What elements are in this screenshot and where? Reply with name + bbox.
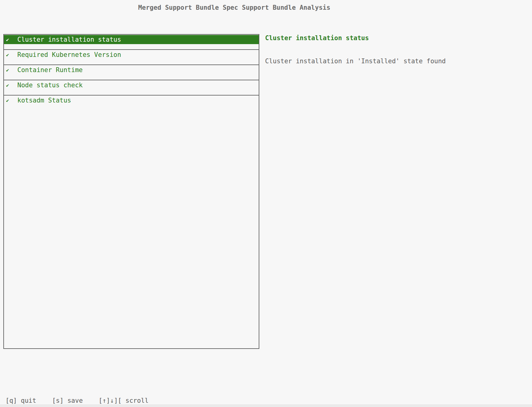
footer-keybar: [q] quit [s] save [↑]↓][ scroll (5, 397, 149, 404)
analyzer-list: ✔ Cluster installation status ✔ Required… (3, 34, 259, 349)
keyhint-save: [s] save (52, 397, 83, 404)
detail-body: Cluster installation in 'Installed' stat… (265, 57, 446, 65)
page-title: Merged Support Bundle Spec Support Bundl… (0, 4, 468, 11)
analyzer-rowline[interactable]: ✔ Container Runtime (4, 65, 259, 75)
analyzer-label: Node status check (17, 82, 83, 89)
analyzer-row[interactable]: ✔ Container Runtime (4, 65, 259, 80)
check-icon: ✔ (6, 98, 17, 103)
analyzer-row[interactable]: ✔ Node status check (4, 80, 259, 96)
analyzer-row[interactable]: ✔ Cluster installation status (4, 35, 259, 50)
analyzer-label: kotsadm Status (17, 97, 71, 104)
keyhint-quit: [q] quit (5, 397, 36, 404)
analyzer-rowline[interactable]: ✔ kotsadm Status (4, 96, 259, 105)
analyzer-rowline[interactable]: ✔ Cluster installation status (4, 35, 259, 44)
check-icon: ✔ (6, 82, 17, 88)
check-icon: ✔ (6, 52, 17, 58)
check-icon: ✔ (6, 37, 17, 43)
analyzer-rowline[interactable]: ✔ Node status check (4, 81, 259, 90)
analyzer-row[interactable]: ✔ kotsadm Status (4, 96, 259, 111)
detail-heading: Cluster installation status (265, 34, 369, 42)
analyzer-label: Required Kubernetes Version (17, 51, 121, 58)
analyzer-rowline[interactable]: ✔ Required Kubernetes Version (4, 50, 259, 59)
keyhint-scroll: [↑]↓][ scroll (98, 397, 148, 404)
analyzer-row[interactable]: ✔ Required Kubernetes Version (4, 50, 259, 65)
terminal-edge-strip (0, 405, 532, 407)
analyzer-label: Cluster installation status (17, 36, 121, 43)
analyzer-label: Container Runtime (17, 66, 83, 74)
check-icon: ✔ (6, 67, 17, 73)
